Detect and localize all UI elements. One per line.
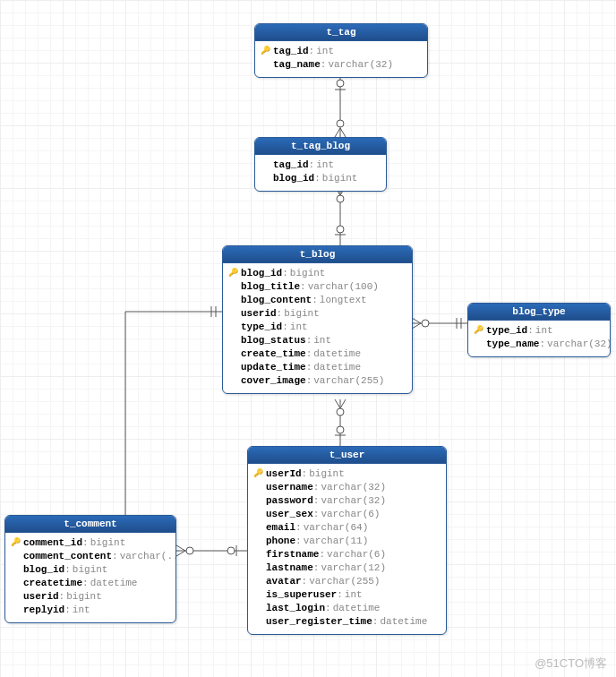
field-row: replyid: int: [11, 604, 170, 617]
field-row: 🔑blog_id: bigint: [228, 267, 406, 280]
field-row: username: varchar(32): [253, 481, 441, 494]
svg-point-13: [337, 408, 344, 416]
field-row: user_register_time: datetime: [253, 615, 441, 629]
field-row: comment_content: varchar(...: [11, 550, 170, 563]
field-row: blog_id: bigint: [11, 563, 170, 577]
svg-point-15: [337, 426, 344, 433]
field-type: bigint: [66, 590, 102, 604]
field-separator: :: [295, 521, 302, 535]
table-t-comment[interactable]: t_comment 🔑comment_id: bigintcomment_con…: [4, 515, 176, 623]
field-name: lastname: [266, 561, 313, 575]
field-row: email: varchar(64): [253, 521, 441, 535]
table-body: 🔑userId: bigintusername: varchar(32)pass…: [248, 464, 446, 634]
field-type: int: [345, 588, 363, 602]
table-body: 🔑comment_id: bigintcomment_content: varc…: [5, 533, 175, 622]
table-header: t_tag_blog: [255, 138, 386, 155]
table-header: t_user: [248, 447, 446, 464]
field-type: datetime: [333, 602, 381, 615]
field-separator: :: [313, 494, 320, 508]
field-separator: :: [325, 602, 331, 615]
field-separator: :: [295, 535, 302, 548]
field-separator: :: [319, 548, 325, 561]
table-t-tag-blog[interactable]: t_tag_blog tag_id: intblog_id: bigint: [254, 137, 387, 192]
field-row: phone: varchar(11): [253, 535, 441, 548]
field-separator: :: [337, 588, 343, 602]
table-header: t_comment: [5, 516, 175, 533]
table-body: 🔑tag_id: inttag_name: varchar(32): [255, 41, 427, 77]
field-row: blog_content: longtext: [228, 294, 406, 307]
field-name: comment_content: [23, 550, 112, 563]
key-icon: 🔑: [253, 467, 264, 481]
field-row: avatar: varchar(255): [253, 575, 441, 588]
field-type: varchar(6): [321, 508, 380, 521]
field-separator: :: [282, 321, 288, 334]
svg-point-7: [337, 226, 344, 233]
field-name: tag_id: [273, 159, 309, 172]
field-separator: :: [539, 338, 545, 351]
field-type: longtext: [320, 294, 367, 307]
field-name: firstname: [266, 548, 319, 561]
field-separator: :: [306, 361, 312, 374]
field-name: user_register_time: [266, 615, 372, 629]
field-name: phone: [266, 535, 295, 548]
field-name: type_id: [486, 324, 527, 338]
field-separator: :: [306, 374, 312, 388]
field-type: bigint: [284, 307, 320, 321]
field-name: replyid: [23, 604, 64, 617]
field-name: tag_id: [273, 45, 309, 58]
field-type: varchar(32): [321, 481, 386, 494]
field-row: password: varchar(32): [253, 494, 441, 508]
key-icon: 🔑: [261, 45, 271, 58]
field-type: varchar(255): [309, 575, 380, 588]
field-row: tag_name: varchar(32): [261, 58, 422, 72]
field-row: type_id: int: [228, 321, 406, 334]
field-name: type_id: [241, 321, 282, 334]
field-separator: :: [306, 334, 312, 347]
watermark: @51CTO博客: [535, 656, 607, 672]
field-separator: :: [312, 294, 318, 307]
field-row: blog_id: bigint: [261, 172, 381, 185]
field-name: blog_id: [273, 172, 314, 185]
field-type: bigint: [90, 536, 126, 550]
field-type: int: [535, 324, 553, 338]
field-type: datetime: [380, 615, 427, 629]
field-name: last_login: [266, 602, 325, 615]
field-row: cover_image: varchar(255): [228, 374, 406, 388]
field-row: userid: bigint: [228, 307, 406, 321]
table-blog-type[interactable]: blog_type 🔑type_id: inttype_name: varcha…: [467, 303, 611, 357]
table-t-blog[interactable]: t_blog 🔑blog_id: bigintblog_title: varch…: [222, 245, 413, 394]
field-type: varchar(255): [313, 374, 384, 388]
field-name: email: [266, 521, 295, 535]
field-separator: :: [282, 267, 288, 280]
field-row: blog_title: varchar(100): [228, 280, 406, 294]
field-name: blog_title: [241, 280, 300, 294]
field-type: varchar(6): [327, 548, 386, 561]
field-row: last_login: datetime: [253, 602, 441, 615]
field-name: username: [266, 481, 313, 494]
field-name: blog_id: [241, 267, 282, 280]
field-name: is_superuser: [266, 588, 337, 602]
field-separator: :: [313, 561, 320, 575]
field-separator: :: [64, 563, 71, 577]
field-row: tag_id: int: [261, 159, 381, 172]
svg-point-3: [337, 120, 344, 127]
svg-point-22: [227, 547, 235, 554]
field-separator: :: [64, 604, 71, 617]
field-name: blog_content: [241, 294, 312, 307]
field-name: userId: [266, 467, 302, 481]
field-type: varchar(100): [308, 280, 379, 294]
field-separator: :: [372, 615, 379, 629]
field-type: datetime: [90, 577, 138, 590]
field-separator: :: [321, 58, 327, 72]
field-row: 🔑userId: bigint: [253, 467, 441, 481]
field-type: varchar(32): [321, 494, 386, 508]
key-icon: 🔑: [228, 267, 239, 280]
field-type: bigint: [290, 267, 326, 280]
field-separator: :: [306, 347, 312, 361]
table-t-tag[interactable]: t_tag 🔑tag_id: inttag_name: varchar(32): [254, 23, 428, 78]
field-name: blog_status: [241, 334, 306, 347]
field-name: create_time: [241, 347, 306, 361]
table-t-user[interactable]: t_user 🔑userId: bigintusername: varchar(…: [247, 446, 447, 635]
table-body: 🔑type_id: inttype_name: varchar(32): [468, 321, 610, 356]
field-row: is_superuser: int: [253, 588, 441, 602]
